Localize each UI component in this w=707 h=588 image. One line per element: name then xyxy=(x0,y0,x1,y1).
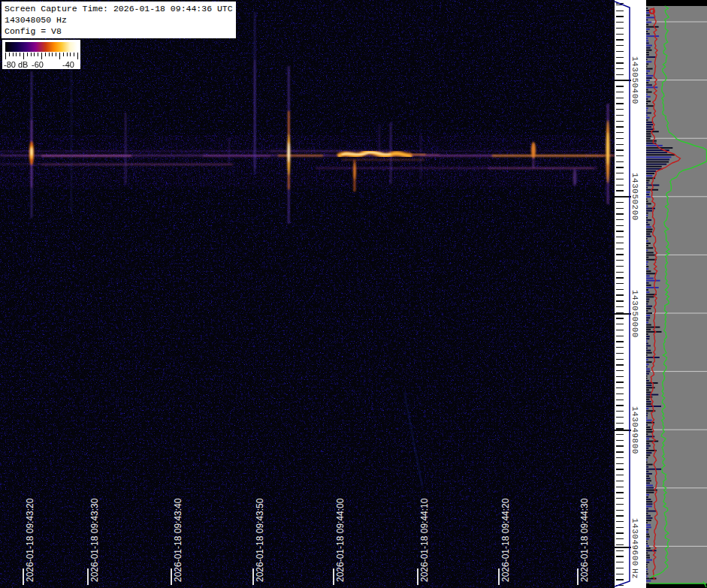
frequency-axis: 143050400 143050200 143050000 143049800 … xyxy=(615,0,646,588)
spectrum-lab-screen: 2026-01-18 09:43:20 2026-01-18 09:43:30 … xyxy=(0,0,707,588)
time-tick xyxy=(23,568,24,585)
intensity-colorbar: -80 dB -60 -40 xyxy=(2,40,80,69)
time-tick xyxy=(333,568,334,585)
time-axis-label: 2026-01-18 09:43:50 xyxy=(255,499,266,582)
time-axis-label: 2026-01-18 09:43:30 xyxy=(89,499,101,582)
colorbar-gradient xyxy=(5,42,77,52)
frequency-tick-label: 143049800 xyxy=(630,406,639,454)
frequency-unit-label: Hz xyxy=(630,568,639,579)
time-tick xyxy=(577,568,579,585)
time-axis-label: 2026-01-18 09:43:40 xyxy=(173,499,184,582)
config-text: Config = V8 xyxy=(5,26,233,37)
time-axis-label: 2026-01-18 09:43:20 xyxy=(25,499,36,582)
capture-info-box: Screen Capture Time: 2026-01-18 09:44:36… xyxy=(2,2,236,38)
time-tick xyxy=(417,568,418,585)
time-tick xyxy=(252,568,254,585)
time-axis-label: 2026-01-18 09:44:20 xyxy=(500,499,512,582)
capture-time-text: Screen Capture Time: 2026-01-18 09:44:36… xyxy=(5,3,233,14)
colorbar-label-max: -40 xyxy=(62,60,74,69)
time-tick xyxy=(498,568,500,585)
time-axis-label: 2026-01-18 09:44:10 xyxy=(419,499,431,582)
colorbar-label-mid: -60 xyxy=(32,60,44,69)
frequency-tick-label: 143050000 xyxy=(630,290,639,338)
time-tick xyxy=(87,568,89,585)
frequency-tick-label: 143050400 xyxy=(630,56,639,104)
spectrum-panel xyxy=(646,0,707,588)
frequency-tick-label: 143050200 xyxy=(630,173,639,221)
colorbar-label-min: -80 dB xyxy=(4,60,28,69)
colorbar-major-ticks xyxy=(5,53,78,59)
time-tick xyxy=(171,568,172,585)
frequency-text: 143048050 Hz xyxy=(5,14,233,26)
time-axis-label: 2026-01-18 09:44:00 xyxy=(335,499,346,582)
time-axis-label: 2026-01-18 09:44:30 xyxy=(579,499,591,582)
frequency-tick-label: 143049600 xyxy=(630,518,639,566)
